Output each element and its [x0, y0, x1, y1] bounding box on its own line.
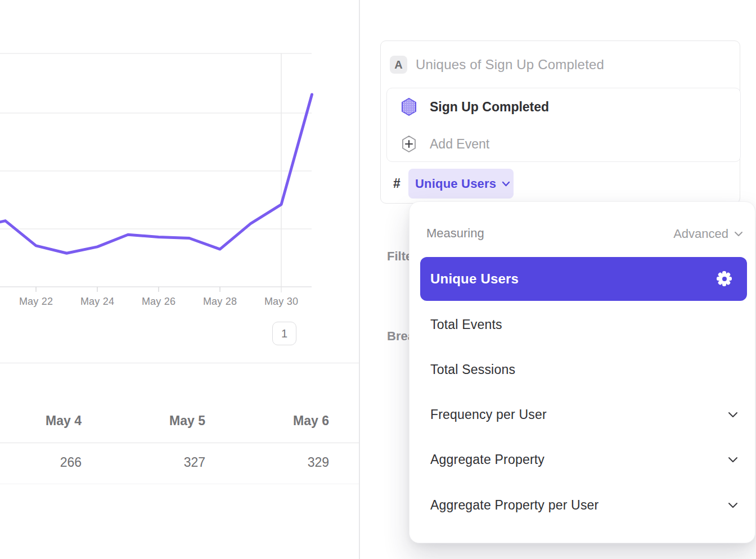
menu-item-total-sessions[interactable]: Total Sessions [410, 355, 755, 384]
table-cell-value: 329 [217, 454, 329, 470]
table-top-divider [0, 363, 359, 363]
query-title: Uniques of Sign Up Completed [416, 56, 604, 74]
event-name-label: Sign Up Completed [430, 100, 549, 115]
chevron-down-icon [728, 502, 738, 508]
series-letter-badge: A [390, 56, 407, 74]
table-column-header: May 4 [0, 413, 82, 429]
x-tick-label: May 22 [11, 296, 61, 308]
add-event-label: Add Event [430, 137, 489, 152]
add-event-button[interactable]: Add Event [387, 125, 740, 163]
data-series-line [0, 94, 312, 253]
menu-item-label: Aggregate Property per User [430, 498, 598, 513]
table-column-header: May 6 [217, 413, 329, 429]
menu-item-aggregate-property[interactable]: Aggregate Property [410, 445, 755, 474]
x-tick-label: May 26 [133, 296, 184, 308]
advanced-mode-selector[interactable]: Advanced [673, 223, 743, 245]
line-chart-canvas [0, 0, 359, 298]
insights-report-screen: May 22 May 24 May 26 May 28 May 30 1 May… [0, 0, 756, 559]
menu-item-label: Total Events [430, 317, 502, 332]
dropdown-header-row: Measuring Advanced [410, 219, 755, 248]
chevron-down-icon [734, 231, 743, 237]
table-column-header: May 5 [93, 413, 205, 429]
event-list-card: Sign Up Completed Add Event [386, 88, 741, 162]
panel-divider [359, 0, 360, 559]
event-row[interactable]: Sign Up Completed [387, 88, 740, 125]
chevron-down-icon [728, 412, 738, 418]
measurement-pill-button[interactable]: Unique Users [408, 169, 514, 199]
selected-item-label: Unique Users [430, 271, 519, 287]
measuring-label: Measuring [426, 226, 484, 241]
event-hexagon-icon [400, 97, 417, 116]
x-tick-label: May 24 [72, 296, 123, 308]
menu-item-unique-users-selected[interactable]: Unique Users [420, 257, 747, 301]
count-symbol: # [393, 176, 400, 191]
advanced-mode-label: Advanced [673, 227, 728, 241]
chevron-down-icon [728, 457, 738, 463]
table-row-divider [0, 484, 359, 484]
table-header-divider [0, 443, 359, 443]
x-tick-label: May 30 [256, 296, 307, 308]
line-chart: May 22 May 24 May 26 May 28 May 30 1 [0, 0, 359, 363]
menu-item-label: Total Sessions [430, 362, 515, 377]
measuring-dropdown-menu: Measuring Advanced Unique Users Total Ev… [409, 201, 755, 543]
annotation-badge[interactable]: 1 [272, 322, 296, 345]
menu-item-aggregate-property-per-user[interactable]: Aggregate Property per User [410, 490, 755, 520]
menu-item-total-events[interactable]: Total Events [410, 310, 755, 339]
menu-item-label: Aggregate Property [430, 452, 544, 467]
gear-hole [722, 277, 727, 281]
add-event-plus-icon [400, 134, 417, 154]
table-cell-value: 266 [0, 454, 82, 470]
measurement-pill-label: Unique Users [415, 177, 496, 191]
chevron-down-icon [502, 181, 510, 187]
menu-item-frequency-per-user[interactable]: Frequency per User [410, 400, 755, 429]
gear-icon[interactable] [716, 271, 732, 287]
table-cell-value: 327 [93, 454, 205, 470]
menu-item-label: Frequency per User [430, 407, 547, 422]
x-tick-label: May 28 [195, 296, 245, 308]
